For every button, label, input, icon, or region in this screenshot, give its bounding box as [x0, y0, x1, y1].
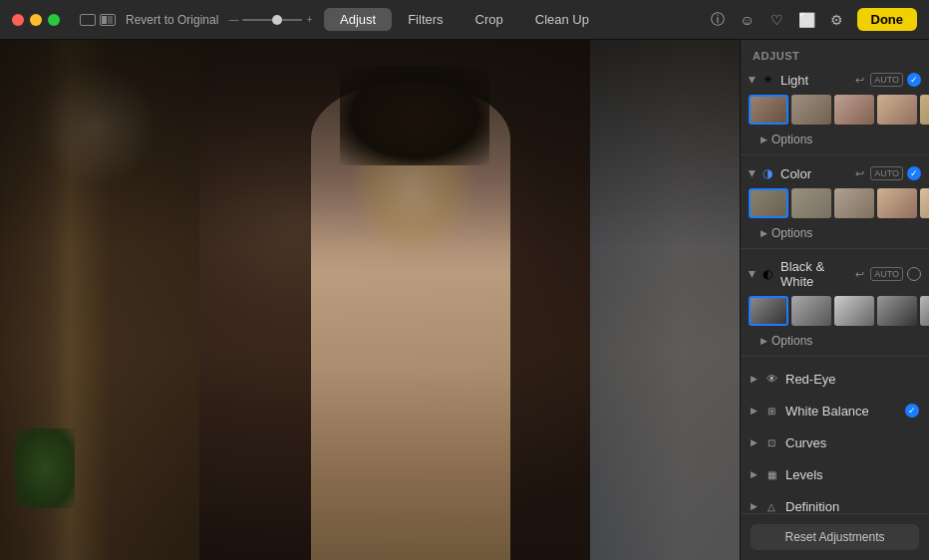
light-options-row[interactable]: ▶ Options — [741, 131, 929, 152]
tab-filters[interactable]: Filters — [392, 8, 459, 31]
color-options-chevron-icon: ▶ — [761, 228, 768, 238]
titlebar-left-group: Revert to Original — + — [80, 13, 312, 27]
light-sun-icon: ☀ — [760, 72, 775, 88]
bw-auto-badge[interactable]: AUTO — [870, 267, 903, 281]
curves-label: Curves — [785, 435, 919, 450]
bw-circle-icon: ◐ — [760, 266, 775, 282]
red-eye-icon: 👁 — [764, 371, 779, 387]
definition-icon: △ — [764, 498, 779, 513]
tab-adjust[interactable]: Adjust — [324, 8, 392, 31]
row-red-eye[interactable]: ▶ 👁 Red-Eye — [741, 363, 929, 395]
color-section-actions: ↩ AUTO ✓ — [855, 166, 921, 180]
tools-button[interactable]: ⚙ — [827, 10, 847, 30]
section-light-header[interactable]: ▶ ☀ Light ↩ AUTO ✓ — [741, 68, 929, 92]
color-thumb-strip — [741, 185, 929, 224]
main-content: ADJUST ▶ ☀ Light ↩ AUTO ✓ — [0, 40, 929, 560]
light-thumb-1[interactable] — [791, 95, 831, 125]
curves-icon: ⊡ — [764, 434, 779, 450]
light-chevron-icon: ▶ — [748, 77, 758, 84]
nav-tabs: Adjust Filters Crop Clean Up — [324, 8, 605, 31]
color-thumb-2[interactable] — [834, 188, 874, 218]
light-section-actions: ↩ AUTO ✓ — [855, 73, 921, 87]
emoji-button[interactable]: ☺ — [738, 10, 758, 30]
light-check-circle[interactable]: ✓ — [907, 73, 921, 87]
light-options-chevron-icon: ▶ — [761, 135, 768, 144]
light-auto-badge[interactable]: AUTO — [870, 73, 903, 87]
section-color-header[interactable]: ▶ ◑ Color ↩ AUTO ✓ — [741, 161, 929, 185]
white-balance-icon: ⊞ — [764, 403, 779, 419]
bw-options-row[interactable]: ▶ Options — [741, 332, 929, 354]
window-icon-single — [80, 14, 96, 26]
white-balance-chevron-icon: ▶ — [751, 406, 758, 416]
light-section-title: Light — [780, 73, 855, 88]
bw-thumb-1[interactable] — [791, 296, 831, 326]
bw-thumb-strip — [741, 293, 929, 332]
light-thumb-2[interactable] — [834, 95, 874, 125]
panel-scroll[interactable]: ▶ ☀ Light ↩ AUTO ✓ ▶ — [741, 68, 929, 513]
photo-background — [0, 40, 740, 560]
light-options-label: Options — [772, 133, 812, 146]
light-thumb-0[interactable] — [749, 95, 788, 125]
color-chevron-icon: ▶ — [748, 170, 758, 177]
window-icon-split — [100, 14, 116, 26]
color-thumb-0[interactable] — [749, 188, 788, 218]
minimize-button[interactable] — [30, 14, 42, 26]
curves-chevron-icon: ▶ — [751, 437, 758, 447]
color-thumb-1[interactable] — [791, 188, 831, 218]
titlebar: Revert to Original — + Adjust Filters Cr… — [0, 0, 929, 40]
definition-label: Definition — [785, 499, 919, 514]
section-bw: ▶ ◐ Black & White ↩ AUTO — [741, 255, 929, 363]
bw-options-chevron-icon: ▶ — [761, 336, 768, 346]
titlebar-right: ⓘ ☺ ♡ ⬜ ⚙ Done — [708, 8, 918, 31]
color-options-row[interactable]: ▶ Options — [741, 224, 929, 246]
color-thumb-4[interactable] — [920, 188, 929, 218]
photo-top-gradient — [0, 40, 740, 248]
bw-chevron-icon: ▶ — [748, 271, 758, 278]
revert-button[interactable]: Revert to Original — [126, 13, 218, 27]
photo-plant — [15, 428, 75, 508]
tab-cleanup[interactable]: Clean Up — [519, 8, 605, 31]
light-thumb-3[interactable] — [877, 95, 917, 125]
levels-icon: ▦ — [764, 466, 779, 482]
row-white-balance[interactable]: ▶ ⊞ White Balance ✓ — [741, 395, 929, 426]
red-eye-label: Red-Eye — [785, 372, 919, 387]
divider-2 — [741, 248, 929, 249]
definition-chevron-icon: ▶ — [751, 501, 758, 511]
row-definition[interactable]: ▶ △ Definition — [741, 490, 929, 513]
color-thumb-3[interactable] — [877, 188, 917, 218]
info-button[interactable]: ⓘ — [708, 10, 728, 30]
color-circle-icon: ◑ — [760, 165, 775, 181]
right-panel: ADJUST ▶ ☀ Light ↩ AUTO ✓ — [740, 40, 929, 560]
color-section-title: Color — [780, 166, 855, 181]
tab-crop[interactable]: Crop — [460, 8, 519, 31]
heart-button[interactable]: ♡ — [768, 10, 787, 30]
red-eye-chevron-icon: ▶ — [751, 374, 758, 384]
bw-thumb-0[interactable] — [749, 296, 788, 326]
row-curves[interactable]: ▶ ⊡ Curves — [741, 426, 929, 458]
color-check-circle[interactable]: ✓ — [907, 166, 921, 180]
color-auto-badge[interactable]: AUTO — [870, 166, 903, 180]
done-button[interactable]: Done — [857, 8, 918, 31]
bw-thumb-2[interactable] — [834, 296, 874, 326]
close-button[interactable] — [12, 14, 24, 26]
share-button[interactable]: ⬜ — [797, 10, 817, 30]
divider-1 — [741, 154, 929, 155]
row-levels[interactable]: ▶ ▦ Levels — [741, 458, 929, 490]
color-undo-icon[interactable]: ↩ — [855, 167, 864, 180]
white-balance-label: White Balance — [785, 404, 905, 419]
bw-thumb-3[interactable] — [877, 296, 917, 326]
reset-adjustments-button[interactable]: Reset Adjustments — [751, 524, 919, 550]
section-bw-header[interactable]: ▶ ◐ Black & White ↩ AUTO — [741, 255, 929, 293]
light-undo-icon[interactable]: ↩ — [855, 74, 864, 87]
maximize-button[interactable] — [48, 14, 60, 26]
light-thumb-4[interactable] — [920, 95, 929, 125]
bw-options-label: Options — [772, 334, 812, 348]
bw-undo-icon[interactable]: ↩ — [855, 268, 864, 281]
bw-thumb-4[interactable] — [920, 296, 929, 326]
bw-section-actions: ↩ AUTO — [855, 267, 921, 281]
divider-3 — [741, 356, 929, 357]
bw-toggle-circle[interactable] — [907, 267, 921, 281]
white-balance-check[interactable]: ✓ — [905, 404, 919, 418]
reset-area: Reset Adjustments — [741, 513, 929, 560]
zoom-slider[interactable]: — + — [228, 14, 312, 25]
